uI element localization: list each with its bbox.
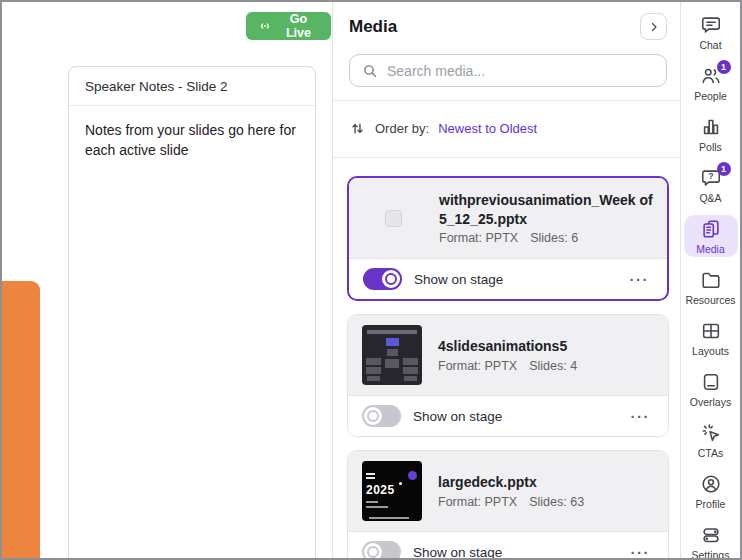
collapse-panel-button[interactable]	[640, 13, 667, 40]
media-card-info: 2025 largedeck.pptx Format: PPTX Slid	[348, 451, 668, 531]
media-file-meta: Format: PPTX Slides: 6	[439, 231, 653, 245]
broadcast-icon	[258, 19, 272, 33]
sidebar-item-label: Q&A	[699, 192, 721, 204]
show-on-stage-toggle[interactable]	[362, 541, 401, 560]
sidebar-item-label: Chat	[699, 39, 721, 51]
chevron-right-icon	[648, 21, 660, 33]
folder-icon	[700, 269, 722, 291]
sidebar-item-label: Layouts	[692, 345, 729, 357]
show-on-stage-label: Show on stage	[413, 409, 502, 424]
media-file-name: withpreviousanimation_Week of 5_12_25.pp…	[439, 191, 653, 229]
sidebar-item-media[interactable]: Media	[684, 215, 738, 257]
media-card-controls: Show on stage ···	[348, 395, 668, 436]
right-sidebar: Chat 1 People Polls	[680, 2, 740, 558]
media-panel-header: Media	[333, 2, 683, 48]
overlays-icon	[700, 371, 722, 393]
sidebar-item-settings[interactable]: Settings	[684, 521, 738, 560]
sidebar-item-label: Profile	[696, 498, 726, 510]
qa-badge: 1	[717, 162, 731, 176]
toggle-knob	[382, 270, 400, 288]
sidebar-item-qa[interactable]: ? 1 Q&A	[684, 164, 738, 206]
media-card[interactable]: 4slidesanimations5 Format: PPTX Slides: …	[347, 314, 669, 437]
sidebar-item-polls[interactable]: Polls	[684, 113, 738, 155]
media-item-menu-button[interactable]: ···	[627, 543, 655, 560]
search-icon	[362, 63, 378, 79]
media-card[interactable]: 2025 largedeck.pptx Format: PPTX Slid	[347, 450, 669, 560]
sidebar-item-label: CTAs	[698, 447, 723, 459]
speaker-notes-card: Speaker Notes - Slide 2 Notes from your …	[68, 66, 316, 560]
toggle-knob	[364, 407, 382, 425]
media-slides-count: Slides: 4	[529, 359, 577, 373]
layouts-icon	[700, 320, 722, 342]
sidebar-item-overlays[interactable]: Overlays	[684, 368, 738, 410]
media-card[interactable]: withpreviousanimation_Week of 5_12_25.pp…	[347, 176, 669, 301]
cta-cursor-icon	[700, 422, 722, 444]
media-thumbnail	[362, 325, 422, 385]
media-format: Format: PPTX	[438, 359, 517, 373]
stage-orange-element	[2, 281, 40, 560]
sidebar-item-people[interactable]: 1 People	[684, 62, 738, 104]
sidebar-item-label: People	[694, 90, 727, 102]
thumbnail-year-text: 2025	[366, 483, 395, 497]
media-file-meta: Format: PPTX Slides: 63	[438, 495, 584, 509]
media-panel: Media Order by:	[332, 2, 683, 558]
media-thumbnail: 2025	[362, 461, 422, 521]
order-by-value[interactable]: Newest to Oldest	[438, 121, 537, 136]
sidebar-item-resources[interactable]: Resources	[684, 266, 738, 308]
show-on-stage-toggle[interactable]	[363, 268, 402, 290]
profile-icon	[700, 473, 722, 495]
media-card-controls: Show on stage ···	[349, 258, 667, 299]
polls-icon	[700, 116, 722, 138]
sidebar-item-chat[interactable]: Chat	[684, 11, 738, 53]
toggle-knob	[364, 543, 382, 560]
stage-panel: Go Live Speaker Notes - Slide 2 Notes fr…	[2, 2, 331, 558]
media-item-menu-button[interactable]: ···	[626, 270, 654, 289]
media-search-box[interactable]	[349, 54, 667, 87]
svg-text:?: ?	[708, 172, 713, 181]
settings-icon	[700, 524, 722, 546]
media-card-info: withpreviousanimation_Week of 5_12_25.pp…	[349, 178, 667, 258]
order-by-label: Order by:	[375, 121, 429, 136]
people-badge: 1	[717, 60, 731, 74]
show-on-stage-toggle[interactable]	[362, 405, 401, 427]
go-live-label: Go Live	[278, 12, 319, 40]
media-file-name: largedeck.pptx	[438, 473, 584, 492]
media-card-list: withpreviousanimation_Week of 5_12_25.pp…	[333, 158, 683, 560]
thumbnail-placeholder-icon	[385, 210, 402, 227]
sidebar-item-ctas[interactable]: CTAs	[684, 419, 738, 461]
media-format: Format: PPTX	[439, 231, 518, 245]
show-on-stage-label: Show on stage	[414, 272, 503, 287]
media-slides-count: Slides: 6	[530, 231, 578, 245]
sidebar-item-label: Overlays	[690, 396, 731, 408]
slide-thumbnail-image: 2025	[362, 461, 422, 521]
media-thumbnail	[363, 210, 423, 227]
media-file-meta: Format: PPTX Slides: 4	[438, 359, 577, 373]
sidebar-item-profile[interactable]: Profile	[684, 470, 738, 512]
show-on-stage-label: Show on stage	[413, 545, 502, 560]
sidebar-item-label: Settings	[692, 549, 730, 560]
thumbnail-dot	[408, 471, 417, 480]
media-panel-title: Media	[349, 17, 397, 37]
media-icon	[700, 218, 722, 240]
sort-arrows-icon	[349, 120, 366, 137]
media-format: Format: PPTX	[438, 495, 517, 509]
chat-icon	[700, 14, 722, 36]
media-item-menu-button[interactable]: ···	[627, 407, 655, 426]
sidebar-item-label: Media	[696, 243, 725, 255]
media-card-controls: Show on stage ···	[348, 531, 668, 560]
media-file-name: 4slidesanimations5	[438, 337, 577, 356]
media-card-info: 4slidesanimations5 Format: PPTX Slides: …	[348, 315, 668, 395]
sidebar-item-label: Resources	[685, 294, 735, 306]
media-slides-count: Slides: 63	[529, 495, 584, 509]
speaker-notes-title: Speaker Notes - Slide 2	[69, 67, 315, 106]
app-window: Go Live Speaker Notes - Slide 2 Notes fr…	[0, 0, 742, 560]
slide-thumbnail-image	[362, 325, 422, 385]
sidebar-item-label: Polls	[699, 141, 722, 153]
sidebar-item-layouts[interactable]: Layouts	[684, 317, 738, 359]
go-live-button[interactable]: Go Live	[246, 12, 331, 40]
media-search-input[interactable]	[387, 63, 654, 79]
speaker-notes-body: Notes from your slides go here for each …	[69, 106, 315, 175]
order-by-row: Order by: Newest to Oldest	[333, 101, 683, 157]
